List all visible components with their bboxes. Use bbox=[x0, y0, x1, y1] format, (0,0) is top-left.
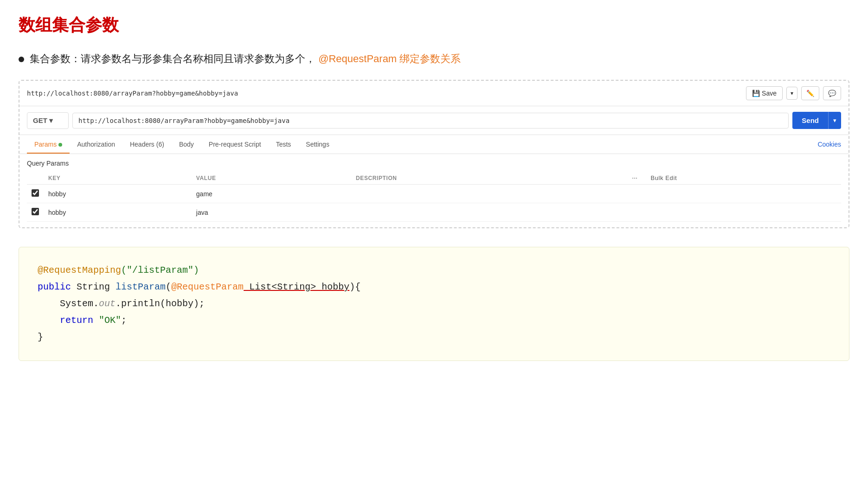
col-key-header: KEY bbox=[44, 172, 192, 185]
annotation1: @RequestMapping bbox=[38, 265, 121, 276]
tab-prerequest[interactable]: Pre-request Script bbox=[201, 135, 269, 154]
indent bbox=[38, 315, 60, 326]
keyword-public: public bbox=[38, 282, 71, 292]
bullet-section: 集合参数：请求参数名与形参集合名称相同且请求参数为多个， @RequestPar… bbox=[19, 51, 849, 67]
tab-body[interactable]: Body bbox=[172, 135, 201, 154]
closing-brace: } bbox=[38, 332, 43, 342]
save-disk-icon: 💾 bbox=[752, 90, 760, 97]
bullet-text: 集合参数：请求参数名与形参集合名称相同且请求参数为多个， @RequestPar… bbox=[30, 51, 461, 67]
semicolon: ; bbox=[121, 315, 127, 326]
string1: ("/listParam") bbox=[121, 265, 199, 276]
cookies-link[interactable]: Cookies bbox=[817, 135, 841, 154]
row1-value: game bbox=[192, 185, 351, 203]
annotation2: @RequestParam bbox=[171, 282, 244, 292]
code-line-2: public String listParam(@RequestParam Li… bbox=[38, 279, 830, 296]
query-params-label: Query Params bbox=[27, 160, 841, 167]
params-section: Query Params KEY VALUE DESCRIPTION ··· B… bbox=[19, 154, 849, 227]
row2-key: hobby bbox=[44, 203, 192, 222]
param-type: List<String> hobby bbox=[244, 282, 349, 292]
open-paren: ( bbox=[166, 282, 171, 292]
bullet-highlight: @RequestParam 绑定参数关系 bbox=[318, 53, 461, 64]
col-description-header: DESCRIPTION bbox=[351, 172, 627, 185]
println: .println(hobby); bbox=[116, 298, 205, 309]
bullet-main-text: 集合参数：请求参数名与形参集合名称相同且请求参数为多个， bbox=[30, 53, 315, 64]
code-panel: @RequestMapping("/listParam") public Str… bbox=[19, 247, 849, 361]
row2-more bbox=[627, 203, 646, 222]
header-actions: 💾 Save ▾ ✏️ 💬 bbox=[746, 86, 841, 100]
method-chevron-icon: ▾ bbox=[49, 116, 53, 125]
send-button[interactable]: Send bbox=[792, 112, 828, 129]
send-chevron-button[interactable]: ▾ bbox=[828, 112, 841, 129]
row1-key: hobby bbox=[44, 185, 192, 203]
postman-panel: http://localhost:8080/arrayParam?hobby=g… bbox=[19, 80, 849, 228]
params-dot bbox=[58, 143, 62, 147]
keyword-return: return bbox=[60, 315, 93, 326]
table-row: hobby game bbox=[27, 185, 841, 203]
row1-extra bbox=[646, 185, 841, 203]
tab-params[interactable]: Params bbox=[27, 135, 70, 154]
header-url-display: http://localhost:8080/arrayParam?hobby=g… bbox=[27, 90, 238, 97]
row2-checkbox[interactable] bbox=[32, 208, 39, 215]
col-checkbox-header bbox=[27, 172, 44, 185]
row1-checkbox-cell bbox=[27, 185, 44, 203]
col-more-header: ··· bbox=[627, 172, 646, 185]
type-string: String bbox=[77, 282, 116, 292]
method-name: listParam bbox=[116, 282, 166, 292]
edit-icon-button[interactable]: ✏️ bbox=[801, 86, 819, 100]
row1-description bbox=[351, 185, 627, 203]
col-bulk-edit-header[interactable]: Bulk Edit bbox=[646, 172, 841, 185]
table-row: hobby java bbox=[27, 203, 841, 222]
params-table: KEY VALUE DESCRIPTION ··· Bulk Edit hobb… bbox=[27, 172, 841, 222]
url-input[interactable] bbox=[72, 113, 789, 129]
postman-header: http://localhost:8080/arrayParam?hobby=g… bbox=[19, 81, 849, 106]
comment-icon-button[interactable]: 💬 bbox=[823, 86, 841, 100]
row1-checkbox[interactable] bbox=[32, 189, 39, 197]
code-line-4: return "OK"; bbox=[38, 312, 830, 329]
code-line-1: @RequestMapping("/listParam") bbox=[38, 262, 830, 279]
col-value-header: VALUE bbox=[192, 172, 351, 185]
out-italic: out bbox=[99, 298, 116, 309]
tab-headers[interactable]: Headers (6) bbox=[122, 135, 172, 154]
method-select[interactable]: GET ▾ bbox=[27, 112, 69, 129]
system-out: System. bbox=[38, 298, 99, 309]
row2-extra bbox=[646, 203, 841, 222]
close-paren: ){ bbox=[349, 282, 360, 292]
save-chevron-button[interactable]: ▾ bbox=[786, 87, 797, 100]
send-group: Send ▾ bbox=[792, 112, 841, 129]
string-ok: "OK" bbox=[93, 315, 121, 326]
tab-settings[interactable]: Settings bbox=[298, 135, 337, 154]
row2-description bbox=[351, 203, 627, 222]
save-label: Save bbox=[762, 90, 777, 97]
code-line-5: } bbox=[38, 329, 830, 346]
row1-more bbox=[627, 185, 646, 203]
method-label: GET bbox=[33, 116, 47, 124]
code-line-3: System.out.println(hobby); bbox=[38, 296, 830, 312]
page-title: 数组集合参数 bbox=[19, 14, 849, 37]
tab-authorization[interactable]: Authorization bbox=[70, 135, 122, 154]
save-button[interactable]: 💾 Save bbox=[746, 86, 783, 100]
row2-value: java bbox=[192, 203, 351, 222]
tabs-bar: Params Authorization Headers (6) Body Pr… bbox=[19, 135, 849, 154]
request-line: GET ▾ Send ▾ bbox=[19, 106, 849, 135]
bullet-dot bbox=[19, 57, 24, 62]
row2-checkbox-cell bbox=[27, 203, 44, 222]
bulk-edit-label[interactable]: Bulk Edit bbox=[650, 174, 677, 181]
tab-tests[interactable]: Tests bbox=[269, 135, 299, 154]
